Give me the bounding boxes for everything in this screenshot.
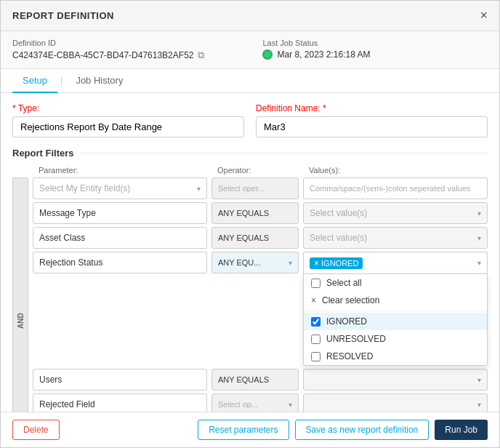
last-job-label: Last Job Status xyxy=(262,39,370,47)
op-select-rejection-status[interactable]: ANY EQU... ▾ xyxy=(211,252,299,273)
last-job-value-row: Mar 8, 2023 2:16:18 AM xyxy=(262,49,370,60)
param-label-users: Users xyxy=(39,375,62,385)
chevron-down-icon: ▾ xyxy=(477,401,481,409)
op-select-users[interactable]: ANY EQUALS xyxy=(211,369,299,391)
chevron-down-icon: ▾ xyxy=(477,259,481,267)
dropdown-select-all[interactable]: Select all xyxy=(304,274,487,292)
op-select-2[interactable]: ANY EQUALS xyxy=(211,227,299,249)
footer-right: Reset parameters Save as new report defi… xyxy=(198,420,488,440)
dropdown-divider xyxy=(304,311,487,311)
param-select-1[interactable]: Message Type xyxy=(33,202,207,224)
param-select-2[interactable]: Asset Class xyxy=(33,227,207,249)
col-val-header: Value(s): xyxy=(309,166,488,175)
definition-id-label: Definition ID xyxy=(12,39,204,47)
val-input-0: Comma/space/(semi-)colon seperated value… xyxy=(303,177,488,199)
def-name-label: Definition Name: * xyxy=(256,103,488,113)
last-job-date: Mar 8, 2023 2:16:18 AM xyxy=(277,49,370,60)
table-row: Asset Class ANY EQUALS Select value(s) ▾ xyxy=(33,227,488,249)
ignored-checkbox[interactable] xyxy=(311,317,320,327)
and-group: AND Select My Entity field(s) ▾ Select o… xyxy=(12,177,488,412)
param-label-2: Asset Class xyxy=(39,233,85,243)
param-select-rejection-status[interactable]: Rejection Status xyxy=(33,252,207,273)
op-label-1: ANY EQUALS xyxy=(218,209,269,217)
modal-header: REPORT DEFINITION × xyxy=(1,1,499,31)
footer: Delete Reset parameters Save as new repo… xyxy=(1,412,499,447)
op-label-users: ANY EQUALS xyxy=(218,375,269,384)
chevron-down-icon: ▾ xyxy=(197,185,201,193)
rejection-status-dropdown-container: × IGNORED ▾ Select all × xyxy=(303,252,488,366)
param-select-rejected-field[interactable]: Rejected Field xyxy=(33,393,207,412)
dropdown-item-ignored[interactable]: IGNORED xyxy=(304,313,487,330)
val-select-2[interactable]: Select value(s) ▾ xyxy=(303,227,488,249)
resolved-checkbox[interactable] xyxy=(311,352,320,361)
filters-header: Parameter: Operator: Value(s): xyxy=(12,166,488,177)
definition-id-value-row: C424374E-CBBA-45C7-BD47-D47613B2AF52 ⧉ xyxy=(12,49,204,61)
report-filters-title: Report Filters xyxy=(12,148,488,159)
footer-left: Delete xyxy=(12,420,60,440)
run-job-button[interactable]: Run Job xyxy=(435,420,488,440)
definition-id-section: Definition ID C424374E-CBBA-45C7-BD47-D4… xyxy=(12,39,204,61)
col-param-header: Parameter: xyxy=(39,166,213,175)
dropdown-menu: Select all × Clear selection IGNORED xyxy=(303,273,488,366)
val-placeholder-0: Comma/space/(semi-)colon seperated value… xyxy=(310,184,470,193)
chevron-down-icon: ▾ xyxy=(289,259,292,267)
chevron-down-icon: ▾ xyxy=(477,376,481,384)
type-defname-row: * Type: Definition Name: * xyxy=(12,103,488,137)
reset-parameters-button[interactable]: Reset parameters xyxy=(198,420,289,440)
op-select-rejected-field[interactable]: Select op... ▾ xyxy=(211,393,299,412)
val-placeholder-1: Select value(s) xyxy=(310,208,367,218)
tab-setup[interactable]: Setup xyxy=(12,69,57,93)
tab-bar: Setup | Job History xyxy=(1,69,499,93)
tag-label: IGNORED xyxy=(321,259,358,268)
report-definition-modal: REPORT DEFINITION × Definition ID C42437… xyxy=(0,0,500,448)
resolved-label: RESOLVED xyxy=(326,351,373,361)
val-select-rejected-field[interactable]: ▾ xyxy=(303,393,488,412)
param-select-0[interactable]: Select My Entity field(s) ▾ xyxy=(33,177,207,199)
copy-icon[interactable]: ⧉ xyxy=(198,49,204,61)
op-label-rejected-field: Select op... xyxy=(218,400,258,409)
op-label-0: Select oper... xyxy=(218,184,265,193)
param-select-users[interactable]: Users xyxy=(33,369,207,391)
unresolved-checkbox[interactable] xyxy=(311,335,320,344)
status-dot-icon xyxy=(262,49,273,60)
val-placeholder-2: Select value(s) xyxy=(310,233,367,243)
close-button[interactable]: × xyxy=(480,8,488,23)
unresolved-label: UNRESOLVED xyxy=(326,334,386,344)
ignored-tag: × IGNORED xyxy=(310,257,363,269)
val-select-1[interactable]: Select value(s) ▾ xyxy=(303,202,488,224)
chevron-down-icon: ▾ xyxy=(477,234,481,242)
op-select-0[interactable]: Select oper... xyxy=(211,177,299,199)
table-row: Message Type ANY EQUALS Select value(s) … xyxy=(33,202,488,224)
save-as-new-button[interactable]: Save as new report definition xyxy=(295,420,430,440)
rejection-status-trigger[interactable]: × IGNORED ▾ xyxy=(303,252,488,273)
chevron-down-icon: ▾ xyxy=(477,209,481,217)
op-label-rejection-status: ANY EQU... xyxy=(218,258,260,267)
select-all-checkbox[interactable] xyxy=(311,279,320,288)
tag-remove-icon[interactable]: × xyxy=(314,258,319,268)
and-label: AND xyxy=(12,177,28,412)
meta-bar: Definition ID C424374E-CBBA-45C7-BD47-D4… xyxy=(1,31,499,69)
def-name-input[interactable] xyxy=(256,116,488,137)
type-group: * Type: xyxy=(12,103,244,137)
dropdown-item-resolved[interactable]: RESOLVED xyxy=(304,348,487,365)
delete-button[interactable]: Delete xyxy=(12,420,60,440)
chevron-down-icon: ▾ xyxy=(289,401,292,409)
def-name-group: Definition Name: * xyxy=(256,103,488,137)
dropdown-item-unresolved[interactable]: UNRESOLVED xyxy=(304,330,487,348)
param-label-rejection-status: Rejection Status xyxy=(39,257,102,268)
table-row: Select My Entity field(s) ▾ Select oper.… xyxy=(33,177,488,199)
param-label-rejected-field: Rejected Field xyxy=(39,399,95,409)
x-icon: × xyxy=(311,295,316,305)
tab-job-history[interactable]: Job History xyxy=(65,69,133,93)
definition-id-value: C424374E-CBBA-45C7-BD47-D47613B2AF52 xyxy=(12,50,193,60)
type-input[interactable] xyxy=(12,116,244,137)
dropdown-clear-selection[interactable]: × Clear selection xyxy=(304,292,487,309)
modal-title: REPORT DEFINITION xyxy=(12,10,114,21)
filter-rows: Select My Entity field(s) ▾ Select oper.… xyxy=(33,177,488,412)
op-select-1[interactable]: ANY EQUALS xyxy=(211,202,299,224)
val-select-users[interactable]: ▾ xyxy=(303,369,488,391)
table-row: Users ANY EQUALS ▾ xyxy=(33,369,488,391)
table-row: Rejection Status ANY EQU... ▾ × IGNORED … xyxy=(33,252,488,366)
table-row: Rejected Field Select op... ▾ ▾ xyxy=(33,393,488,412)
select-all-label: Select all xyxy=(326,278,362,288)
